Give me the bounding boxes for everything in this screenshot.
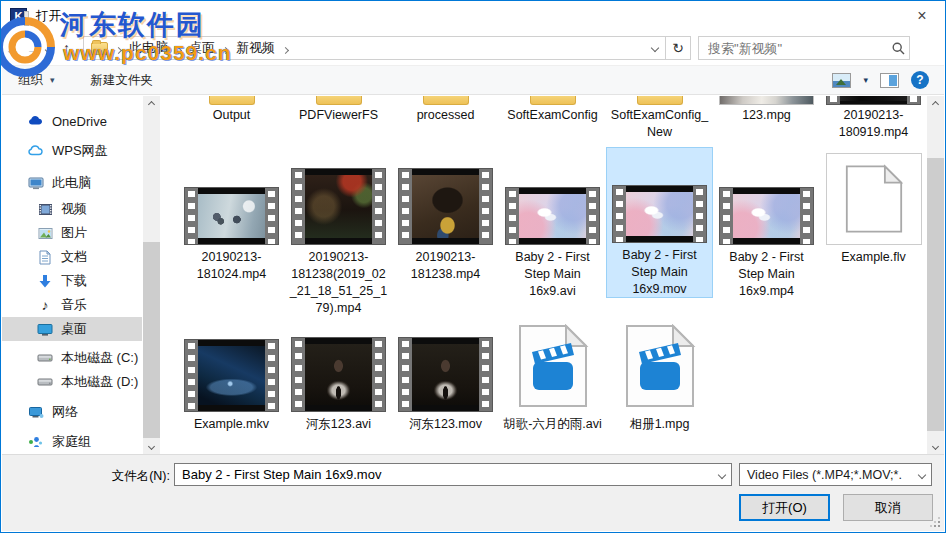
file-item[interactable]: Baby 2 - First Step Main 16x9.avi: [499, 147, 606, 317]
file-item-selected[interactable]: Baby 2 - First Step Main 16x9.mov: [606, 147, 713, 298]
file-name: processed: [417, 107, 475, 124]
video-file-icon: [623, 324, 697, 412]
file-list: Output PDFViewerFS processed SoftExamCon…: [160, 96, 944, 454]
chevron-right-icon: [176, 41, 181, 56]
help-icon[interactable]: ?: [911, 71, 929, 89]
video-file-icon: [516, 324, 590, 412]
video-thumbnail: [291, 337, 386, 412]
video-thumbnail: [184, 339, 279, 412]
scroll-down-icon[interactable]: [927, 438, 944, 454]
sidebar-item-network[interactable]: 网络: [2, 400, 142, 424]
file-item[interactable]: 相册1.mpg: [606, 326, 713, 433]
chevron-down-icon: [913, 472, 931, 478]
file-name: 胡歌-六月的雨.avi: [503, 416, 602, 433]
view-mode-dropdown-icon[interactable]: ▾: [863, 75, 868, 85]
file-item[interactable]: 20190213-180919.mp4: [820, 96, 927, 141]
scroll-up-icon[interactable]: [143, 96, 160, 112]
desktop-icon: [37, 321, 53, 337]
sidebar-item-downloads[interactable]: 下载: [2, 269, 142, 293]
title-bar: K 打开: [2, 1, 944, 31]
file-name: 20190213-181238.mp4: [396, 249, 496, 283]
new-folder-button[interactable]: 新建文件夹: [91, 72, 154, 89]
sidebar-item-wps-cloud[interactable]: WPS网盘: [2, 139, 142, 163]
cancel-button[interactable]: 取消: [843, 494, 933, 521]
drive-icon: [37, 374, 53, 390]
file-item[interactable]: 123.mpg: [713, 96, 820, 141]
search-input[interactable]: [699, 41, 887, 56]
breadcrumb-this-pc[interactable]: 此电脑: [123, 39, 174, 57]
video-thumbnail: [505, 187, 600, 245]
up-button[interactable]: ↑: [56, 40, 77, 56]
video-thumbnail: [719, 96, 814, 105]
preview-pane-icon[interactable]: [880, 73, 899, 88]
sidebar-item-disk-d[interactable]: 本地磁盘 (D:): [2, 370, 142, 394]
chevron-down-icon[interactable]: [713, 472, 731, 478]
file-item[interactable]: processed: [392, 96, 499, 141]
search-box[interactable]: [698, 36, 910, 60]
filetype-select[interactable]: Video Files (*.MP4;*.MOV;*.: [739, 463, 932, 486]
open-button[interactable]: 打开(O): [739, 494, 830, 521]
filename-input[interactable]: [175, 467, 713, 482]
scroll-down-icon[interactable]: [143, 438, 160, 454]
chevron-right-icon: [116, 41, 121, 56]
sidebar-item-this-pc[interactable]: 此电脑: [2, 171, 142, 195]
file-item[interactable]: Baby 2 - First Step Main 16x9.mp4: [713, 147, 820, 317]
file-item[interactable]: Output: [178, 96, 285, 141]
view-mode-icon[interactable]: [832, 73, 851, 88]
scrollbar-thumb[interactable]: [143, 242, 160, 438]
sidebar-item-label: WPS网盘: [52, 142, 108, 160]
file-item[interactable]: 20190213-181238.mp4: [392, 147, 499, 317]
file-name: Example.mkv: [194, 416, 269, 433]
command-toolbar: 组织 ▾ 新建文件夹 ▾ ?: [2, 65, 944, 95]
back-button[interactable]: ←: [2, 40, 23, 57]
sidebar-item-disk-c[interactable]: 本地磁盘 (C:): [2, 346, 142, 370]
organize-button[interactable]: 组织 ▾: [18, 72, 55, 89]
file-item[interactable]: SoftExamConfig: [499, 96, 606, 141]
search-icon[interactable]: [887, 42, 909, 55]
sidebar-item-homegroup[interactable]: 家庭组: [2, 430, 142, 454]
sidebar-item-pictures[interactable]: 图片: [2, 221, 142, 245]
file-item[interactable]: 20190213-181024.mp4: [178, 147, 285, 317]
video-thumbnail: [826, 96, 921, 105]
sidebar-item-music[interactable]: ♪ 音乐: [2, 293, 142, 317]
sidebar-item-desktop[interactable]: 桌面: [2, 317, 142, 341]
breadcrumb-desktop[interactable]: 桌面: [183, 39, 221, 57]
address-dropdown-icon[interactable]: [645, 45, 665, 51]
documents-icon: [37, 249, 53, 265]
generic-file-icon: [826, 153, 922, 245]
forward-button[interactable]: →: [23, 40, 44, 57]
breadcrumb-new-videos[interactable]: 新视频: [230, 39, 281, 57]
scrollbar-thumb[interactable]: [927, 158, 944, 431]
file-item[interactable]: 胡歌-六月的雨.avi: [499, 326, 606, 433]
sidebar-item-videos[interactable]: 视频: [2, 197, 142, 221]
file-name: Output: [213, 107, 251, 124]
address-box[interactable]: 此电脑 桌面 新视频: [83, 36, 666, 60]
file-item[interactable]: 河东123.avi: [285, 326, 392, 433]
file-item[interactable]: 河东123.mov: [392, 326, 499, 433]
file-item[interactable]: Example.mkv: [178, 326, 285, 433]
file-item[interactable]: SoftExamConfig_New: [606, 96, 713, 141]
network-icon: [28, 404, 44, 420]
resize-grip[interactable]: [931, 518, 940, 527]
sidebar-item-documents[interactable]: 文档: [2, 245, 142, 269]
file-list-scrollbar[interactable]: [927, 96, 944, 454]
refresh-button[interactable]: ↻: [666, 36, 691, 60]
file-item[interactable]: 20190213-181238(2019_02_21_18_51_25_179)…: [285, 147, 392, 317]
file-item[interactable]: PDFViewerFS: [285, 96, 392, 141]
file-name: 20190213-181238(2019_02_21_18_51_25_179)…: [289, 249, 389, 317]
sidebar-item-label: 本地磁盘 (C:): [61, 349, 138, 367]
download-arrow-icon: [37, 273, 53, 289]
scroll-up-icon[interactable]: [927, 96, 944, 112]
folder-icon: [91, 42, 108, 55]
file-name: 河东123.avi: [306, 416, 371, 433]
sidebar-item-label: OneDrive: [52, 114, 107, 129]
sidebar-item-label: 此电脑: [52, 174, 91, 192]
file-item[interactable]: Example.flv: [820, 147, 927, 317]
file-name: 河东123.mov: [409, 416, 482, 433]
close-button[interactable]: ×: [899, 1, 945, 30]
filename-combobox[interactable]: [174, 463, 732, 486]
sidebar-item-onedrive[interactable]: OneDrive: [2, 109, 142, 133]
sidebar-scrollbar[interactable]: [143, 96, 160, 454]
sidebar-item-label: 下载: [61, 272, 87, 290]
history-chevron-icon[interactable]: [46, 39, 52, 57]
